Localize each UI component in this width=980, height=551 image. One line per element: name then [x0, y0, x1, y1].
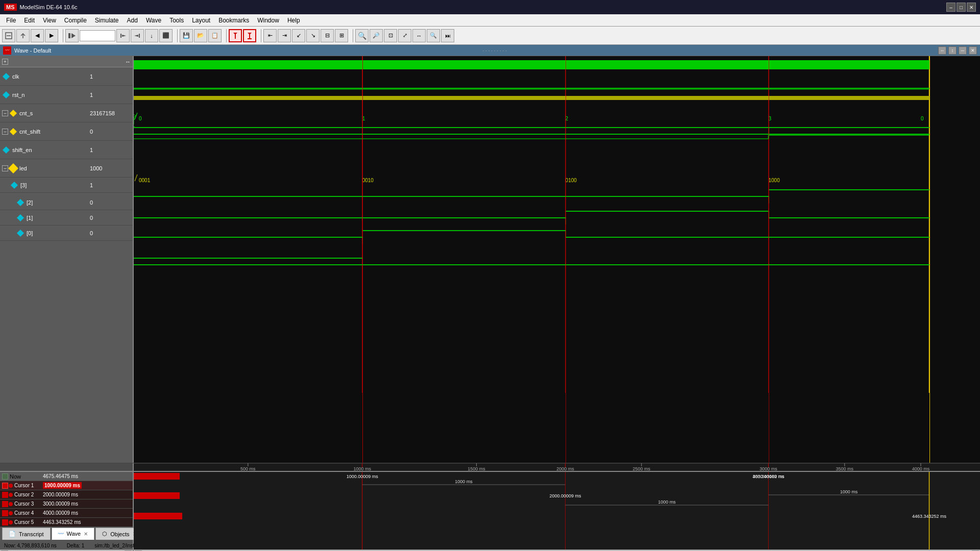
menu-wave[interactable]: Wave — [142, 16, 165, 25]
tb-step-out-btn[interactable] — [131, 29, 144, 42]
tb-log-btn[interactable]: 📋 — [208, 29, 222, 42]
tb-goto-c1[interactable]: ↙ — [292, 29, 305, 42]
cnt_shift-icon — [9, 128, 17, 136]
menu-view[interactable]: View — [39, 16, 60, 25]
tb-load-btn[interactable]: 📂 — [194, 29, 207, 42]
tb-step-in-btn[interactable] — [116, 29, 130, 42]
c2-red-dot — [9, 493, 13, 497]
tb-step-btn[interactable] — [65, 29, 79, 42]
menu-tools[interactable]: Tools — [165, 16, 188, 25]
tb-goto-c2[interactable]: ↘ — [306, 29, 320, 42]
tb-zoom-in[interactable]: 🔍 — [355, 29, 369, 42]
menu-bookmarks[interactable]: Bookmarks — [214, 16, 253, 25]
signal-row-cnt_shift[interactable]: – cnt_shift 0 — [0, 122, 133, 141]
tb-snap-left[interactable]: ⇤ — [263, 29, 277, 42]
tb-step-over-btn[interactable]: ↓ — [145, 29, 158, 42]
tab-wave-label: Wave — [67, 531, 81, 537]
svg-text:2000.00009 ms: 2000.00009 ms — [550, 493, 582, 498]
cursor-row-c1: Cursor 1 1000.00009 ms — [0, 481, 133, 490]
menu-help[interactable]: Help — [283, 16, 304, 25]
svg-text:1500 ms: 1500 ms — [468, 466, 485, 471]
led2-name: [2] — [27, 199, 90, 206]
tb-zoom-next[interactable]: ⊞ — [335, 29, 348, 42]
wave-resize-vert-btn[interactable]: ↔ — [938, 46, 946, 55]
bottom-area: Now 4675.46475 ms Cursor 1 1000.00009 ms — [0, 471, 980, 524]
tb-step-back-btn[interactable]: ◀ — [31, 29, 44, 42]
title-bar-controls[interactable]: – □ ✕ — [946, 3, 976, 12]
tb-zoom-range[interactable]: ↔ — [412, 29, 426, 42]
tb-zoom-out[interactable]: 🔎 — [370, 29, 383, 42]
tb-compile-btn[interactable] — [2, 29, 15, 42]
signal-header: + ↔ — [0, 56, 133, 67]
tb-sep3 — [224, 29, 227, 42]
shift_en-value: 1 — [90, 147, 131, 153]
signal-row-clk[interactable]: clk 1 — [0, 67, 133, 86]
led-value: 1000 — [90, 165, 131, 171]
menu-compile[interactable]: Compile — [60, 16, 91, 25]
c3-red-dot — [9, 502, 13, 506]
tab-transcript[interactable]: 📄 Transcript — [2, 528, 51, 540]
waveform-area[interactable]: 0 1 2 3 0 — [134, 56, 980, 463]
menu-window[interactable]: Window — [253, 16, 283, 25]
c2-value: 2000.00009 ms — [43, 492, 78, 497]
menu-edit[interactable]: Edit — [20, 16, 39, 25]
tb-cursor-btn2[interactable] — [243, 29, 256, 42]
tb-zoom-full[interactable]: ⤢ — [398, 29, 411, 42]
tb-save-btn[interactable]: 💾 — [180, 29, 193, 42]
menu-simulate[interactable]: Simulate — [91, 16, 123, 25]
signal-row-shift_en[interactable]: shift_en 1 — [0, 141, 133, 159]
wave-resize-horiz-btn[interactable]: ↕ — [948, 46, 957, 55]
c5-value: 4463.343252 ms — [43, 519, 81, 525]
tb-run-btn[interactable]: ▶ — [45, 29, 58, 42]
signal-row-led0[interactable]: [0] 0 — [0, 226, 133, 241]
menu-add[interactable]: Add — [123, 16, 142, 25]
tb-cursor-btn1[interactable] — [229, 29, 242, 42]
signal-row-rst_n[interactable]: rst_n 1 — [0, 86, 133, 104]
signal-list: + ↔ clk 1 rst_n 1 – cnt_s — [0, 56, 134, 463]
wave-float-btn[interactable]: ─ — [959, 46, 967, 55]
signal-row-cnt_s[interactable]: – cnt_s 23167158 — [0, 104, 133, 122]
tb-restart-btn[interactable] — [16, 29, 30, 42]
led1-name: [1] — [27, 215, 90, 221]
tab-wave[interactable]: 〰 Wave ✕ — [52, 528, 95, 540]
tb-stop-btn[interactable]: ⬛ — [159, 29, 173, 42]
cnt_s-expand[interactable]: – — [2, 110, 8, 116]
led-expand[interactable]: – — [2, 165, 8, 171]
maximize-button[interactable]: □ — [957, 3, 966, 12]
svg-rect-84 — [134, 513, 182, 519]
tb-sep2 — [175, 29, 178, 42]
svg-rect-72 — [134, 492, 180, 499]
svg-rect-3 — [68, 33, 70, 38]
wave-panel-title: Wave - Default — [14, 47, 51, 54]
svg-text:1000 ms: 1000 ms — [455, 479, 473, 484]
cnt_shift-expand[interactable]: – — [2, 129, 8, 135]
signal-row-led3[interactable]: [3] 1 — [0, 178, 133, 193]
cnt_s-name: cnt_s — [19, 110, 90, 116]
tb-zoom-prev[interactable]: ⊟ — [321, 29, 334, 42]
c3-value: 3000.00009 ms — [43, 501, 78, 507]
wave-close-btn[interactable]: ✕ — [969, 46, 977, 55]
collapse-all-icon[interactable]: + — [2, 59, 8, 65]
signal-row-led[interactable]: – led 1000 — [0, 159, 133, 178]
svg-text:3000 ms: 3000 ms — [760, 466, 777, 471]
time-input[interactable]: 10000ms — [80, 30, 115, 41]
minimize-button[interactable]: – — [946, 3, 955, 12]
menu-file[interactable]: File — [2, 16, 20, 25]
toolbar: ◀ ▶ 10000ms ↓ ⬛ 💾 📂 📋 ⇤ ⇥ ↙ ↘ ⊟ ⊞ 🔍 🔎 ⊡ … — [0, 27, 980, 45]
signal-row-led1[interactable]: [1] 0 — [0, 210, 133, 226]
c4-icons — [2, 510, 13, 516]
tb-sep5 — [350, 29, 353, 42]
menu-layout[interactable]: Layout — [188, 16, 214, 25]
app-icon: MS — [4, 4, 17, 11]
close-button[interactable]: ✕ — [967, 3, 976, 12]
tb-zoom-fit[interactable]: ⊡ — [384, 29, 397, 42]
tb-search[interactable]: 🔍 — [427, 29, 440, 42]
c1-value: 1000.00009 ms — [43, 482, 82, 489]
cursor-row-c4: Cursor 4 4000.00009 ms — [0, 509, 133, 518]
tb-search-next[interactable]: ⏭ — [441, 29, 454, 42]
rst_n-name: rst_n — [12, 92, 90, 98]
tb-snap-right[interactable]: ⇥ — [278, 29, 291, 42]
clk-icon — [2, 72, 10, 81]
signal-row-led2[interactable]: [2] 0 — [0, 195, 133, 210]
wave-tab-close[interactable]: ✕ — [84, 531, 88, 537]
